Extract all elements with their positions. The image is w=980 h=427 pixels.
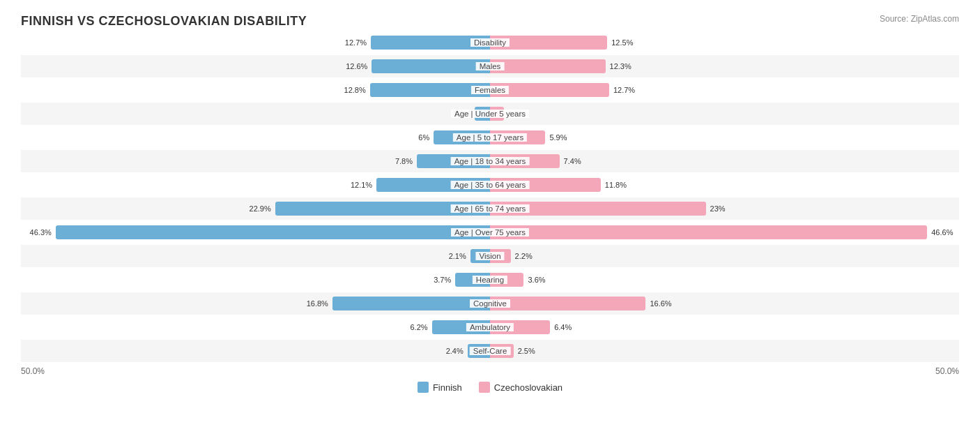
right-bar bbox=[490, 130, 545, 144]
legend-finnish-box bbox=[418, 382, 429, 393]
left-section: 22.9% bbox=[21, 197, 490, 220]
left-value: 6% bbox=[418, 133, 429, 142]
left-bar bbox=[370, 83, 490, 97]
right-bar bbox=[490, 249, 511, 263]
right-value: 5.9% bbox=[549, 133, 567, 142]
right-bar bbox=[490, 225, 927, 239]
left-value: 12.8% bbox=[344, 86, 366, 94]
left-value: 2.4% bbox=[446, 347, 464, 355]
right-value: 2.5% bbox=[518, 347, 535, 355]
left-value: 12.7% bbox=[345, 38, 367, 47]
right-section: 1.5% bbox=[490, 103, 959, 125]
left-section: 16.8% bbox=[21, 292, 490, 315]
left-bar bbox=[372, 59, 490, 73]
left-section: 12.1% bbox=[21, 174, 490, 196]
bar-row: 2.1% Vision 2.2% bbox=[21, 245, 959, 267]
right-value: 23% bbox=[710, 204, 726, 213]
left-bar bbox=[56, 225, 490, 239]
left-value: 16.8% bbox=[307, 299, 328, 308]
left-section: 46.3% bbox=[21, 221, 490, 244]
left-section: 12.7% bbox=[21, 31, 490, 54]
bar-row: 2.4% Self-Care 2.5% bbox=[21, 340, 959, 362]
left-section: 2.1% bbox=[21, 245, 490, 267]
axis-left: 50.0% bbox=[21, 366, 490, 376]
left-value: 22.9% bbox=[250, 204, 271, 213]
left-bar bbox=[376, 178, 490, 192]
right-value: 12.3% bbox=[610, 62, 631, 70]
left-section: 6% bbox=[21, 126, 490, 149]
left-bar bbox=[432, 320, 490, 334]
right-bar bbox=[490, 36, 607, 50]
right-section: 3.6% bbox=[490, 269, 959, 291]
bar-row: 12.1% Age | 35 to 64 years 11.8% bbox=[21, 174, 959, 196]
right-bar bbox=[490, 344, 514, 358]
right-value: 3.6% bbox=[528, 276, 545, 284]
bar-row: 6% Age | 5 to 17 years 5.9% bbox=[21, 126, 959, 149]
right-section: 23% bbox=[490, 197, 959, 220]
legend-finnish: Finnish bbox=[418, 382, 462, 393]
right-bar bbox=[490, 107, 504, 121]
left-value: 3.7% bbox=[434, 276, 451, 284]
bar-row: 16.8% Cognitive 16.6% bbox=[21, 292, 959, 315]
legend: Finnish Czechoslovakian bbox=[21, 382, 959, 393]
right-section: 11.8% bbox=[490, 174, 959, 196]
chart-title: FINNISH VS CZECHOSLOVAKIAN DISABILITY bbox=[21, 14, 307, 29]
right-section: 5.9% bbox=[490, 126, 959, 149]
left-value: 12.1% bbox=[351, 181, 372, 189]
right-value: 6.4% bbox=[554, 323, 572, 331]
right-section: 12.3% bbox=[490, 55, 959, 77]
left-value: 46.3% bbox=[30, 228, 52, 237]
left-section: 2.4% bbox=[21, 340, 490, 362]
right-bar bbox=[490, 273, 523, 287]
chart-wrapper: FINNISH VS CZECHOSLOVAKIAN DISABILITY So… bbox=[21, 14, 959, 393]
bar-row: 22.9% Age | 65 to 74 years 23% bbox=[21, 197, 959, 220]
left-section: 1.6% bbox=[21, 103, 490, 125]
right-value: 11.8% bbox=[605, 181, 627, 189]
right-section: 12.7% bbox=[490, 79, 959, 101]
left-value: 2.1% bbox=[449, 252, 466, 260]
left-bar bbox=[455, 273, 490, 287]
left-value: 7.8% bbox=[395, 157, 413, 165]
bar-row: 7.8% Age | 18 to 34 years 7.4% bbox=[21, 150, 959, 172]
source-label: Source: ZipAtlas.com bbox=[880, 14, 959, 24]
left-bar bbox=[417, 154, 490, 168]
right-value: 12.7% bbox=[613, 86, 635, 94]
left-bar bbox=[470, 249, 490, 263]
right-bar bbox=[490, 83, 609, 97]
legend-czechoslovakian: Czechoslovakian bbox=[479, 382, 562, 393]
right-bar bbox=[490, 202, 706, 216]
left-value: 12.6% bbox=[346, 62, 367, 70]
bar-row: 3.7% Hearing 3.6% bbox=[21, 269, 959, 291]
right-section: 2.5% bbox=[490, 340, 959, 362]
left-value: 1.6% bbox=[453, 110, 470, 118]
bar-row: 1.6% Age | Under 5 years 1.5% bbox=[21, 103, 959, 125]
right-section: 2.2% bbox=[490, 245, 959, 267]
right-bar bbox=[490, 178, 601, 192]
right-bar bbox=[490, 320, 550, 334]
left-section: 6.2% bbox=[21, 316, 490, 338]
bar-row: 6.2% Ambulatory 6.4% bbox=[21, 316, 959, 338]
left-section: 12.6% bbox=[21, 55, 490, 77]
left-section: 3.7% bbox=[21, 269, 490, 291]
right-bar bbox=[490, 154, 560, 168]
right-value: 46.6% bbox=[931, 228, 953, 237]
left-bar bbox=[275, 202, 490, 216]
right-section: 12.5% bbox=[490, 31, 959, 54]
legend-czechoslovakian-box bbox=[479, 382, 490, 393]
right-section: 7.4% bbox=[490, 150, 959, 172]
left-value: 6.2% bbox=[410, 323, 427, 331]
left-bar bbox=[371, 36, 490, 50]
legend-czechoslovakian-label: Czechoslovakian bbox=[494, 382, 562, 393]
left-bar bbox=[332, 297, 490, 310]
left-section: 12.8% bbox=[21, 79, 490, 101]
right-value: 2.2% bbox=[515, 252, 533, 260]
right-section: 6.4% bbox=[490, 316, 959, 338]
right-bar bbox=[490, 297, 645, 310]
left-bar bbox=[434, 130, 490, 144]
right-bar bbox=[490, 59, 606, 73]
axis-right: 50.0% bbox=[490, 366, 959, 376]
chart-area: 12.7% Disability 12.5% 12.6% bbox=[21, 31, 959, 362]
legend-finnish-label: Finnish bbox=[433, 382, 462, 393]
bar-row: 46.3% Age | Over 75 years 46.6% bbox=[21, 221, 959, 244]
bar-row: 12.6% Males 12.3% bbox=[21, 55, 959, 77]
